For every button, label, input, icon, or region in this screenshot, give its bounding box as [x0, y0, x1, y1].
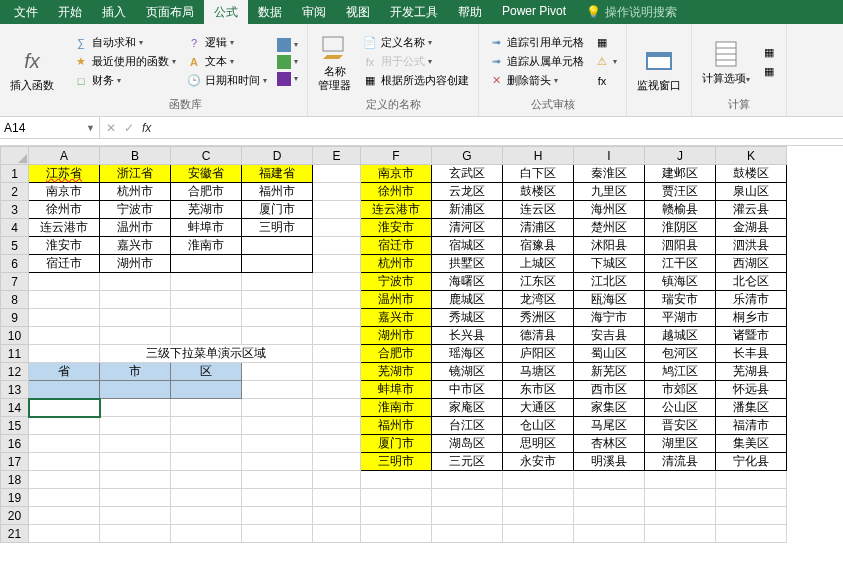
cell-E20[interactable] [313, 507, 361, 525]
col-header-F[interactable]: F [361, 147, 432, 165]
cell-D2[interactable]: 福州市 [242, 183, 313, 201]
cell-E21[interactable] [313, 525, 361, 543]
cell-H12[interactable]: 马塘区 [503, 363, 574, 381]
evaluate-formula-button[interactable]: fx [592, 72, 619, 90]
row-header-20[interactable]: 20 [1, 507, 29, 525]
cell-K1[interactable]: 鼓楼区 [716, 165, 787, 183]
cell-I21[interactable] [574, 525, 645, 543]
cell-E6[interactable] [313, 255, 361, 273]
financial-button[interactable]: □财务▾ [71, 72, 178, 90]
cell-H10[interactable]: 德清县 [503, 327, 574, 345]
cell-B15[interactable] [100, 417, 171, 435]
cell-D10[interactable] [242, 327, 313, 345]
more-fn-button[interactable]: ▾ [275, 71, 300, 87]
enter-icon[interactable]: ✓ [124, 121, 134, 135]
cell-C4[interactable]: 蚌埠市 [171, 219, 242, 237]
cell-J4[interactable]: 淮阴区 [645, 219, 716, 237]
trace-dependents-button[interactable]: ➟追踪从属单元格 [486, 53, 586, 71]
cell-J19[interactable] [645, 489, 716, 507]
cell-I17[interactable]: 明溪县 [574, 453, 645, 471]
cell-G15[interactable]: 台江区 [432, 417, 503, 435]
cell-E1[interactable] [313, 165, 361, 183]
cell-G16[interactable]: 湖岛区 [432, 435, 503, 453]
cell-J9[interactable]: 平湖市 [645, 309, 716, 327]
row-header-9[interactable]: 9 [1, 309, 29, 327]
cell-E14[interactable] [313, 399, 361, 417]
cell-A17[interactable] [29, 453, 100, 471]
cell-K21[interactable] [716, 525, 787, 543]
cell-F6[interactable]: 杭州市 [361, 255, 432, 273]
lookup-button[interactable]: ▾ [275, 37, 300, 53]
cell-K3[interactable]: 灌云县 [716, 201, 787, 219]
row-header-8[interactable]: 8 [1, 291, 29, 309]
cell-K6[interactable]: 西湖区 [716, 255, 787, 273]
cell-F17[interactable]: 三明市 [361, 453, 432, 471]
cell-B2[interactable]: 杭州市 [100, 183, 171, 201]
cell-D19[interactable] [242, 489, 313, 507]
cell-K15[interactable]: 福清市 [716, 417, 787, 435]
cell-D15[interactable] [242, 417, 313, 435]
row-header-6[interactable]: 6 [1, 255, 29, 273]
show-formulas-button[interactable]: ▦ [592, 34, 619, 52]
cell-A12[interactable]: 省 [29, 363, 100, 381]
cell-E19[interactable] [313, 489, 361, 507]
cell-A7[interactable] [29, 273, 100, 291]
name-box[interactable]: ▼ [0, 117, 100, 138]
insert-function-button[interactable]: fx 插入函数 [4, 26, 60, 112]
cell-E11[interactable] [313, 345, 361, 363]
row-header-17[interactable]: 17 [1, 453, 29, 471]
cell-G6[interactable]: 拱墅区 [432, 255, 503, 273]
cell-I6[interactable]: 下城区 [574, 255, 645, 273]
cell-F2[interactable]: 徐州市 [361, 183, 432, 201]
row-header-3[interactable]: 3 [1, 201, 29, 219]
cell-E8[interactable] [313, 291, 361, 309]
cell-J7[interactable]: 镇海区 [645, 273, 716, 291]
cell-G4[interactable]: 清河区 [432, 219, 503, 237]
cell-E13[interactable] [313, 381, 361, 399]
worksheet-grid[interactable]: ABCDEFGHIJK1江苏省浙江省安徽省福建省南京市玄武区白下区秦淮区建邺区鼓… [0, 146, 843, 578]
cell-D7[interactable] [242, 273, 313, 291]
cell-A6[interactable]: 宿迁市 [29, 255, 100, 273]
cell-C9[interactable] [171, 309, 242, 327]
text-fn-button[interactable]: A文本▾ [184, 53, 269, 71]
cell-H1[interactable]: 白下区 [503, 165, 574, 183]
tab-data[interactable]: 数据 [248, 0, 292, 24]
cell-F14[interactable]: 淮南市 [361, 399, 432, 417]
cell-K2[interactable]: 泉山区 [716, 183, 787, 201]
cell-J13[interactable]: 市郊区 [645, 381, 716, 399]
error-check-button[interactable]: ⚠▾ [592, 53, 619, 71]
cell-A2[interactable]: 南京市 [29, 183, 100, 201]
cell-G18[interactable] [432, 471, 503, 489]
select-all-corner[interactable] [1, 147, 29, 165]
cell-B12[interactable]: 市 [100, 363, 171, 381]
cell-G5[interactable]: 宿城区 [432, 237, 503, 255]
cell-C20[interactable] [171, 507, 242, 525]
cell-H2[interactable]: 鼓楼区 [503, 183, 574, 201]
col-header-J[interactable]: J [645, 147, 716, 165]
col-header-E[interactable]: E [313, 147, 361, 165]
cell-C19[interactable] [171, 489, 242, 507]
cell-D3[interactable]: 厦门市 [242, 201, 313, 219]
cell-J1[interactable]: 建邺区 [645, 165, 716, 183]
cell-A21[interactable] [29, 525, 100, 543]
cell-F12[interactable]: 芜湖市 [361, 363, 432, 381]
cell-A13[interactable] [29, 381, 100, 399]
cell-H3[interactable]: 连云区 [503, 201, 574, 219]
cell-D8[interactable] [242, 291, 313, 309]
cell-D5[interactable] [242, 237, 313, 255]
cell-K17[interactable]: 宁化县 [716, 453, 787, 471]
cell-A1[interactable]: 江苏省 [29, 165, 100, 183]
cell-E15[interactable] [313, 417, 361, 435]
cell-H11[interactable]: 庐阳区 [503, 345, 574, 363]
cell-C1[interactable]: 安徽省 [171, 165, 242, 183]
math-button[interactable]: ▾ [275, 54, 300, 70]
cell-F13[interactable]: 蚌埠市 [361, 381, 432, 399]
cell-I4[interactable]: 楚州区 [574, 219, 645, 237]
datetime-button[interactable]: 🕒日期和时间▾ [184, 72, 269, 90]
row-header-11[interactable]: 11 [1, 345, 29, 363]
cell-I16[interactable]: 杏林区 [574, 435, 645, 453]
formula-input[interactable] [157, 117, 843, 138]
cell-I1[interactable]: 秦淮区 [574, 165, 645, 183]
cell-J16[interactable]: 湖里区 [645, 435, 716, 453]
tab-power-pivot[interactable]: Power Pivot [492, 0, 576, 24]
